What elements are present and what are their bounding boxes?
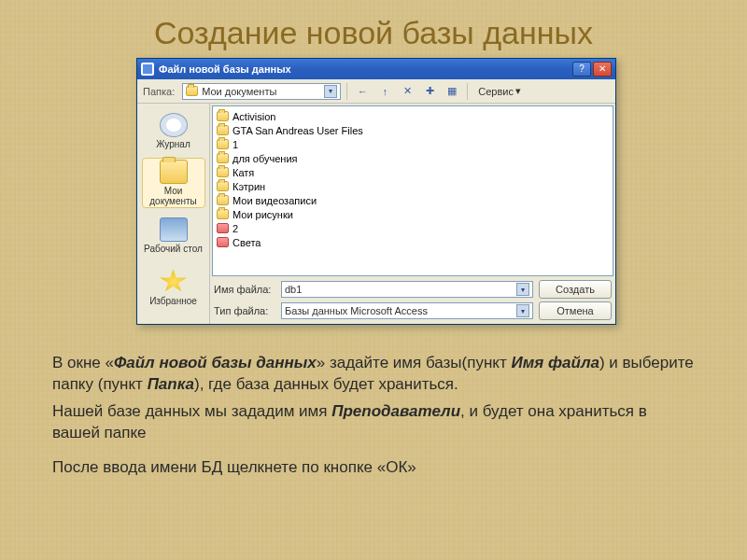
list-item-name: для обучения xyxy=(233,153,298,164)
file-listing[interactable]: ActivisionGTA San Andreas User Files1для… xyxy=(212,105,613,276)
delete-button[interactable]: ✕ xyxy=(398,82,416,101)
folder-icon xyxy=(217,195,229,205)
list-item[interactable]: Мои рисунки xyxy=(217,207,609,221)
folder-icon xyxy=(160,160,188,184)
create-button[interactable]: Создать xyxy=(539,280,612,299)
chevron-down-icon[interactable]: ▾ xyxy=(516,283,529,296)
list-item-name: Мои рисунки xyxy=(233,209,293,220)
list-item[interactable]: Activision xyxy=(217,109,609,123)
text-emph: Преподаватели xyxy=(331,402,460,420)
close-button[interactable]: ✕ xyxy=(593,62,612,77)
places-bar: ЖурналМои документыРабочий столИзбранное xyxy=(137,104,210,324)
tools-label: Сервис xyxy=(478,86,514,97)
filename-value: db1 xyxy=(285,284,302,295)
toolbar: Папка: Мои документы ▾ ← ↑ ✕ ✚ ▦ Сервис … xyxy=(137,79,615,104)
folder-icon xyxy=(217,167,229,177)
list-item[interactable]: Катя xyxy=(217,165,609,179)
text: В окне « xyxy=(52,354,114,371)
list-item-name: Катя xyxy=(233,167,254,178)
chevron-down-icon[interactable]: ▾ xyxy=(516,304,529,317)
list-item-name: 2 xyxy=(233,223,238,234)
separator xyxy=(346,83,347,100)
slide-body-text: В окне «Файл новой базы данных» задайте … xyxy=(52,353,697,492)
text: ), где база данных будет храниться. xyxy=(194,375,458,393)
main-pane: ActivisionGTA San Andreas User Files1для… xyxy=(210,104,615,324)
separator xyxy=(467,83,468,100)
chevron-down-icon[interactable]: ▾ xyxy=(324,85,337,98)
list-item-name: GTA San Andreas User Files xyxy=(233,125,363,136)
filename-input[interactable]: db1 ▾ xyxy=(281,281,533,298)
list-item-name: Света xyxy=(233,237,261,248)
file-dialog: Файл новой базы данных ? ✕ Папка: Мои до… xyxy=(136,58,616,325)
desk-icon xyxy=(160,217,188,242)
database-icon xyxy=(217,237,229,247)
place-label: Избранное xyxy=(149,296,197,306)
place-star[interactable]: Избранное xyxy=(142,262,205,313)
back-button[interactable]: ← xyxy=(353,82,372,101)
folder-selected-text: Мои документы xyxy=(202,86,276,97)
list-item[interactable]: GTA San Andreas User Files xyxy=(217,123,609,137)
list-item-name: Activision xyxy=(233,111,275,122)
help-button[interactable]: ? xyxy=(572,62,591,77)
tools-menu[interactable]: Сервис ▾ xyxy=(473,82,526,101)
list-item-name: 1 xyxy=(233,139,238,150)
text: » задайте имя базы(пункт xyxy=(317,354,512,371)
text-emph: Имя файла xyxy=(511,354,599,371)
filetype-label: Тип файла: xyxy=(214,305,275,316)
folder-icon xyxy=(217,139,229,149)
list-item[interactable]: Мои видеозаписи xyxy=(217,193,609,207)
place-label: Мои документы xyxy=(143,186,204,206)
bottom-controls: Имя файла: db1 ▾ Создать Тип файла: Базы… xyxy=(210,278,615,324)
place-clock[interactable]: Журнал xyxy=(142,105,205,156)
text-emph: Файл новой базы данных xyxy=(114,354,317,371)
list-item[interactable]: Кэтрин xyxy=(217,179,609,193)
clock-icon xyxy=(160,113,188,137)
filetype-select[interactable]: Базы данных Microsoft Access ▾ xyxy=(281,302,533,319)
folder-icon xyxy=(217,181,229,191)
new-folder-button[interactable]: ✚ xyxy=(420,82,439,101)
list-item[interactable]: Света xyxy=(217,235,609,249)
titlebar[interactable]: Файл новой базы данных ? ✕ xyxy=(137,59,615,79)
folder-icon xyxy=(217,111,229,121)
database-icon xyxy=(217,223,229,233)
list-item-name: Кэтрин xyxy=(233,181,265,192)
place-label: Рабочий стол xyxy=(144,244,203,254)
folder-icon xyxy=(217,209,229,219)
dialog-title: Файл новой базы данных xyxy=(159,63,571,75)
slide-title: Создание новой базы данных xyxy=(0,0,747,57)
list-item[interactable]: 2 xyxy=(217,221,609,235)
text-emph: Папка xyxy=(148,375,194,393)
text: Нашей базе данных мы зададим имя xyxy=(52,402,331,420)
star-icon xyxy=(160,270,188,294)
folder-icon xyxy=(217,125,229,135)
app-icon xyxy=(141,63,154,76)
text: После ввода имени БД щелкнете по кнопке … xyxy=(52,457,697,479)
cancel-button[interactable]: Отмена xyxy=(539,301,612,320)
views-button[interactable]: ▦ xyxy=(443,82,461,101)
folder-dropdown[interactable]: Мои документы ▾ xyxy=(182,83,341,100)
filename-label: Имя файла: xyxy=(214,284,275,295)
filetype-value: Базы данных Microsoft Access xyxy=(285,305,428,316)
chevron-down-icon: ▾ xyxy=(515,85,521,97)
dialog-body: ЖурналМои документыРабочий столИзбранное… xyxy=(137,104,615,324)
list-item[interactable]: для обучения xyxy=(217,151,609,165)
folder-label: Папка: xyxy=(143,86,175,97)
list-item-name: Мои видеозаписи xyxy=(233,195,317,206)
list-item[interactable]: 1 xyxy=(217,137,609,151)
place-desk[interactable]: Рабочий стол xyxy=(142,210,205,260)
folder-icon xyxy=(217,153,229,163)
up-one-level-button[interactable]: ↑ xyxy=(375,82,394,101)
place-label: Журнал xyxy=(156,139,190,149)
place-folder[interactable]: Мои документы xyxy=(142,158,205,208)
folder-icon xyxy=(186,86,198,96)
